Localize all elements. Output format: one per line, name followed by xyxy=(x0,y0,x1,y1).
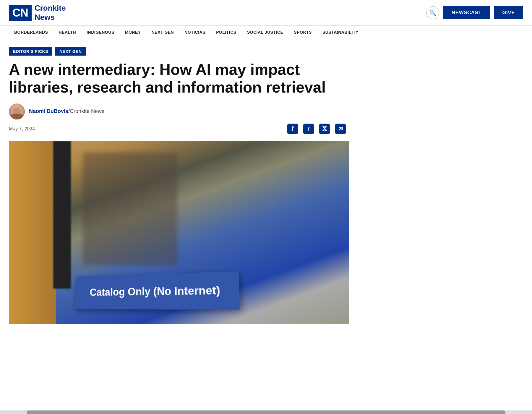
email-icon: ✉ xyxy=(338,126,343,132)
nav-item-sports[interactable]: SPORTS xyxy=(288,26,317,39)
site-header: CN Cronkite News 🔍 NEWSCAST GIVE xyxy=(0,0,532,26)
facebook-icon: f xyxy=(292,125,294,132)
article-tags: EDITOR'S PICKS NEXT GEN xyxy=(9,47,346,56)
x-share-button[interactable]: 𝕏 xyxy=(319,124,330,134)
nav-item-social-justice[interactable]: SOCIAL JUSTICE xyxy=(242,26,289,39)
nav-item-nextgen[interactable]: NEXT GEN xyxy=(146,26,179,39)
tag-editors-picks[interactable]: EDITOR'S PICKS xyxy=(9,47,52,56)
logo-box: CN xyxy=(9,5,32,21)
author-row: Naomi DuBovis/Cronkite News xyxy=(9,104,346,119)
tag-next-gen[interactable]: NEXT GEN xyxy=(55,47,86,56)
newscast-label: NEWSCAST xyxy=(452,10,481,15)
bg-shape-poster xyxy=(83,153,177,265)
nav-item-health[interactable]: HEALTH xyxy=(53,26,81,39)
avatar xyxy=(9,104,25,119)
newscast-button[interactable]: NEWSCAST xyxy=(443,6,490,19)
search-icon: 🔍 xyxy=(429,9,437,16)
logo-text: Cronkite News xyxy=(32,4,66,22)
nav-item-sustainability[interactable]: SUSTAINABILITY xyxy=(317,26,364,39)
article-date: May 7, 2024 xyxy=(9,126,35,132)
nav-item-indigenous[interactable]: INDIGENOUS xyxy=(81,26,120,39)
reddit-share-button[interactable]: r xyxy=(303,124,314,134)
social-icons: f r 𝕏 ✉ xyxy=(287,124,346,134)
reddit-icon: r xyxy=(307,125,310,132)
search-button[interactable]: 🔍 xyxy=(426,6,439,19)
article-main: EDITOR'S PICKS NEXT GEN A new intermedia… xyxy=(0,39,355,324)
article-image: Catalog Only (No Internet) xyxy=(9,141,349,324)
bg-shape-pillar xyxy=(53,141,71,289)
logo-letters: CN xyxy=(12,7,28,19)
nav-item-borderlands[interactable]: BORDERLANDS xyxy=(9,26,53,39)
author-name[interactable]: Naomi DuBovis xyxy=(29,108,68,114)
bg-shape-left xyxy=(9,141,56,324)
logo-area[interactable]: CN Cronkite News xyxy=(9,4,66,22)
nav-item-money[interactable]: MONEY xyxy=(120,26,146,39)
library-sign: Catalog Only (No Internet) xyxy=(75,271,240,310)
logo-name-line1: Cronkite xyxy=(35,4,66,12)
article-title: A new intermediary: How AI may impact li… xyxy=(9,61,346,96)
nav-item-politics[interactable]: POLITICS xyxy=(211,26,242,39)
author-outlet: /Cronkite News xyxy=(68,108,104,114)
facebook-share-button[interactable]: f xyxy=(287,124,298,134)
nav-bar: BORDERLANDS HEALTH INDIGENOUS MONEY NEXT… xyxy=(0,26,532,39)
header-right: 🔍 NEWSCAST GIVE xyxy=(426,6,523,19)
avatar-image xyxy=(9,104,25,119)
logo-name-line2: News xyxy=(35,13,55,22)
meta-row: May 7, 2024 f r 𝕏 ✉ xyxy=(9,124,346,134)
give-label: GIVE xyxy=(502,10,515,15)
x-twitter-icon: 𝕏 xyxy=(322,126,327,132)
give-button[interactable]: GIVE xyxy=(494,6,523,19)
library-sign-text: Catalog Only (No Internet) xyxy=(90,284,220,298)
nav-item-noticias[interactable]: NOTICIAS xyxy=(179,26,211,39)
email-share-button[interactable]: ✉ xyxy=(335,124,346,134)
